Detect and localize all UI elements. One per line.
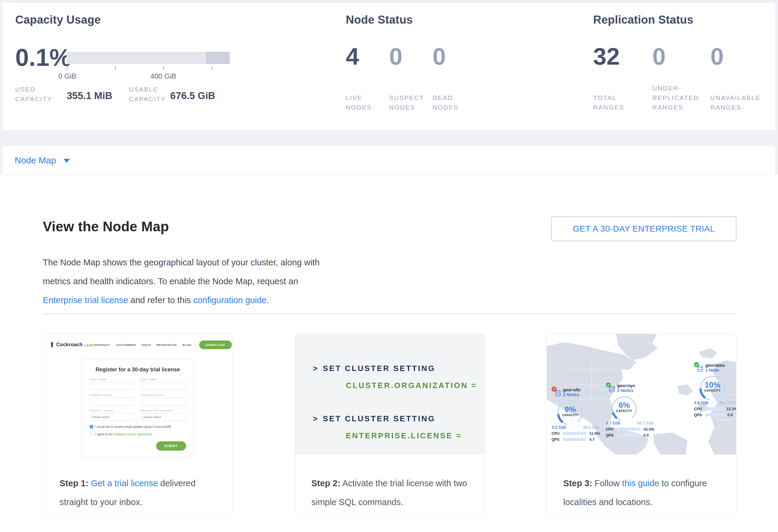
software-license-agreement-link: Software License Agreement. bbox=[114, 433, 153, 436]
qps-sparkline bbox=[617, 434, 640, 437]
qps-label: QPS bbox=[606, 433, 617, 438]
node-map-dropdown[interactable]: Node Map bbox=[2, 146, 776, 175]
trial-registration-form: Register for a 30-day trial license FIRS… bbox=[82, 359, 194, 457]
locality-header: geo=nyc 2 Nodes bbox=[606, 382, 656, 394]
roach-icon bbox=[50, 341, 55, 348]
brand-suffix: LABS bbox=[84, 344, 94, 347]
field-label: LAST NAME bbox=[141, 378, 186, 381]
download-pill: DOWNLOAD bbox=[199, 340, 232, 349]
checkbox-label-text: I agree to the bbox=[95, 433, 114, 436]
enterprise-trial-license-link[interactable]: Enterprise trial license bbox=[43, 295, 128, 305]
text-input bbox=[141, 398, 186, 405]
node-map-enterprise-section: View the Node Map The Node Map shows the… bbox=[0, 175, 778, 532]
node-map-dropdown-label: Node Map bbox=[15, 155, 56, 165]
license-agreement-checkbox-row: I agree to the Software License Agreemen… bbox=[90, 433, 186, 436]
dead-nodes-value: 0 bbox=[433, 45, 446, 69]
trial-license-site-screenshot: Cockroach LABS PRODUCT CUSTOMERS DOCS RE… bbox=[43, 334, 232, 457]
locality-marker-ams: geo=ams 1 Node 10% CAPACITY 3.6 GiB bbox=[694, 362, 736, 417]
cpu-sparkline bbox=[705, 407, 723, 410]
qps-row: QPS 0.0 bbox=[606, 433, 656, 438]
cpu-sparkline bbox=[563, 432, 586, 435]
cpu-label: CPU bbox=[606, 427, 617, 432]
locality-marker-nyc: geo=nyc 2 Nodes 6% CAPACITY 3.7 GiB bbox=[606, 382, 656, 438]
total-ranges-stat: 32 TOTAL RANGES bbox=[593, 3, 652, 130]
locality-name: geo=nyc bbox=[617, 383, 635, 388]
nav-item: RESOURCES bbox=[157, 343, 177, 347]
text-input bbox=[90, 398, 135, 405]
capacity-bar bbox=[67, 52, 230, 64]
qps-row: QPS 4.7 bbox=[552, 437, 603, 442]
form-field: PROJECT PHASE Please Select bbox=[90, 409, 135, 421]
step-2-caption: Step 2: Activate the trial license with … bbox=[311, 474, 473, 512]
qps-label: QPS bbox=[552, 438, 563, 442]
under-replicated-ranges-label: UNDER- REPLICATED RANGES bbox=[652, 83, 699, 112]
suspect-nodes-stat: 0 SUSPECT NODES bbox=[389, 3, 433, 130]
unavailable-ranges-stat: 0 UNAVAILABLE RANGES bbox=[710, 3, 770, 130]
capacity-gauge: 10% CAPACITY bbox=[698, 374, 727, 403]
axis-tick bbox=[163, 66, 164, 70]
cpu-row: CPU 42.5% bbox=[606, 427, 656, 432]
database-icon bbox=[608, 386, 616, 393]
under-replicated-ranges-stat: 0 UNDER- REPLICATED RANGES bbox=[652, 3, 712, 130]
chevron-down-icon bbox=[64, 159, 70, 163]
capacity-gauge: 6% CAPACITY bbox=[610, 394, 639, 423]
get-enterprise-trial-button[interactable]: GET A 30-DAY ENTERPRISE TRIAL bbox=[551, 216, 736, 241]
usable-capacity-label: USABLE CAPACITY bbox=[129, 85, 166, 104]
locality-nodes: 2 Nodes bbox=[563, 392, 580, 397]
cpu-label: CPU bbox=[694, 407, 705, 411]
configuration-guide-link[interactable]: configuration guide bbox=[193, 295, 266, 305]
cpu-row: CPU 12.3% bbox=[694, 407, 736, 411]
brand-name: Cockroach bbox=[56, 342, 83, 348]
step-2-card: >SET CLUSTER SETTING CLUSTER.ORGANIZATIO… bbox=[295, 333, 484, 515]
field-label: COMPANY NAME bbox=[90, 394, 135, 396]
axis-tick bbox=[115, 66, 116, 70]
sql-command: >SET CLUSTER SETTING CLUSTER.ORGANIZATIO… bbox=[313, 364, 484, 390]
text-input bbox=[141, 382, 186, 390]
axis-tick bbox=[67, 66, 67, 70]
cpu-value: 11.0% bbox=[589, 431, 600, 436]
total-ranges-label: TOTAL RANGES bbox=[593, 93, 624, 112]
field-label: PROJECT PHASE bbox=[90, 409, 135, 412]
this-guide-link[interactable]: this guide bbox=[622, 478, 659, 488]
capacity-gauge: 9% CAPACITY bbox=[556, 398, 585, 427]
nav-item: BLOG bbox=[182, 343, 192, 347]
live-nodes-stat: 4 LIVE NODES bbox=[346, 3, 389, 130]
cockroach-labs-logo: Cockroach LABS bbox=[50, 341, 94, 348]
field-label: COMPANY EMAIL bbox=[141, 394, 186, 396]
description-text: . bbox=[266, 295, 269, 305]
qps-label: QPS bbox=[694, 413, 705, 417]
field-label: FIRST NAME bbox=[90, 378, 135, 381]
email-updates-checkbox-row: I would like to receive email updates ab… bbox=[90, 425, 186, 429]
submit-pill: SUBMIT bbox=[156, 441, 186, 451]
qps-sparkline bbox=[705, 413, 724, 416]
checkbox-label: I agree to the Software License Agreemen… bbox=[95, 433, 153, 436]
nav-item: DOCS bbox=[142, 343, 151, 347]
cpu-label: CPU bbox=[552, 432, 563, 436]
step-3-card: 1 geo=sfo 2 Nodes bbox=[546, 333, 736, 515]
checkbox-unchecked-icon bbox=[90, 433, 93, 436]
get-trial-license-link[interactable]: Get a trial license bbox=[91, 478, 158, 488]
used-capacity-label: USED CAPACITY bbox=[15, 85, 52, 104]
sql-setting: ENTERPRISE.LICENSE = bbox=[346, 431, 484, 441]
capacity-label: CAPACITY bbox=[556, 413, 585, 417]
sql-commands-illustration: >SET CLUSTER SETTING CLUSTER.ORGANIZATIO… bbox=[295, 334, 484, 455]
select-input: Please Select bbox=[141, 413, 186, 421]
cpu-value: 42.5% bbox=[643, 427, 654, 432]
section-divider bbox=[43, 314, 736, 314]
capacity-bar-nonusable-segment bbox=[206, 52, 230, 64]
page-title: View the Node Map bbox=[43, 218, 169, 235]
locality-name: geo=sfo bbox=[563, 387, 580, 392]
step-1-caption: Step 1: Get a trial license delivered st… bbox=[60, 474, 221, 512]
nav-item: CUSTOMERS bbox=[116, 343, 136, 347]
capacity-usage-title: Capacity Usage bbox=[15, 13, 101, 26]
database-icon bbox=[554, 390, 561, 397]
cpu-row: CPU 11.0% bbox=[552, 431, 603, 436]
capacity-used-percent: 0.1% bbox=[15, 45, 71, 70]
form-fields: FIRST NAME LAST NAME COMPANY NAME COMPAN… bbox=[90, 378, 186, 421]
total-ranges-value: 32 bbox=[593, 45, 620, 69]
sql-command: >SET CLUSTER SETTING ENTERPRISE.LICENSE … bbox=[313, 414, 484, 441]
locality-nodes: 1 Node bbox=[705, 368, 725, 373]
sql-prompt: > bbox=[313, 414, 319, 423]
step-3-caption: Step 3: Follow this guide to configure l… bbox=[563, 474, 725, 512]
locality-marker-sfo: 1 geo=sfo 2 Nodes bbox=[552, 387, 603, 442]
